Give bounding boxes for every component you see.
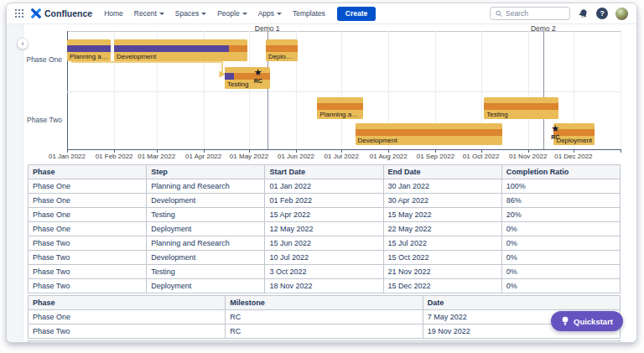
confluence-logo-icon xyxy=(31,8,41,18)
nav-item-recent[interactable]: Recent xyxy=(134,9,164,18)
gantt-bar-label: Planning and Research xyxy=(317,110,362,119)
nav-item-templates[interactable]: Templates xyxy=(293,9,325,18)
table-cell: Development xyxy=(147,194,265,208)
table-row: Phase TwoPlanning and Research15 Jun 202… xyxy=(29,236,621,251)
table-row: Phase OnePlanning and Research01 Jan 202… xyxy=(29,179,621,194)
table-cell: 15 Jul 2022 xyxy=(383,236,501,251)
table-cell: Phase One xyxy=(29,222,147,236)
column-header: Milestone xyxy=(226,296,423,310)
gantt-bar[interactable]: Development xyxy=(356,123,502,145)
column-header: End Date xyxy=(383,165,501,179)
month-gridline xyxy=(621,31,621,149)
table-cell: 0% xyxy=(501,251,620,265)
axis-tick-label: 01 Jan 2022 xyxy=(49,153,86,160)
notification-icon[interactable] xyxy=(578,8,589,19)
table-cell: 10 Jul 2022 xyxy=(265,251,383,265)
table-cell: 30 Jan 2022 xyxy=(383,179,501,194)
table-cell: Phase Two xyxy=(29,279,147,293)
marker-label: Demo 1 xyxy=(255,24,280,33)
gantt-bar[interactable]: Testing xyxy=(484,97,558,119)
column-header: Completion Ratio xyxy=(501,165,620,179)
table-row: Phase OneTesting15 Apr 202215 May 202220… xyxy=(29,208,621,222)
nav-item-apps[interactable]: Apps xyxy=(258,9,282,18)
column-header: Phase xyxy=(29,296,226,310)
table-cell: Phase Two xyxy=(29,251,147,265)
table-cell: 0% xyxy=(501,265,620,279)
gantt-bar[interactable]: Deployment xyxy=(553,123,595,145)
month-gridline xyxy=(528,31,529,149)
table-cell: 0% xyxy=(501,236,620,251)
table-cell: 15 Apr 2022 xyxy=(265,208,383,222)
gantt-bar[interactable]: Planning and Research xyxy=(317,97,362,119)
column-header: Date xyxy=(423,296,620,310)
gantt-bar-label: Development xyxy=(356,136,502,145)
content-area: › 01 Jan 202201 Feb 202201 Mar 202201 Ap… xyxy=(7,24,636,343)
axis-tick-label: 01 Jun 2022 xyxy=(278,153,314,160)
avatar[interactable] xyxy=(615,8,628,20)
gantt-bar-label: Testing xyxy=(225,80,270,89)
table-cell: Phase One xyxy=(29,179,147,194)
gantt-bar[interactable]: Planning and Research xyxy=(67,39,111,61)
confluence-logo[interactable]: Confluence xyxy=(31,8,92,18)
gantt-bar-label: Deployment xyxy=(553,136,595,145)
axis-tick-label: 01 Oct 2022 xyxy=(463,153,500,160)
milestone-label: RC xyxy=(551,134,559,140)
lightbulb-icon xyxy=(561,316,569,326)
gantt-chart: 01 Jan 202201 Feb 202201 Mar 202201 Apr … xyxy=(23,24,636,160)
gantt-bar[interactable]: Testing xyxy=(225,67,270,89)
table-cell: 3 Oct 2022 xyxy=(265,265,383,279)
table-cell: 01 Feb 2022 xyxy=(265,194,383,208)
steps-table: PhaseStepStart DateEnd DateCompletion Ra… xyxy=(28,164,621,293)
axis-tick-label: 01 Apr 2022 xyxy=(185,153,221,160)
gantt-bar-label: Planning and Research xyxy=(67,52,111,61)
axis-tick xyxy=(621,150,621,153)
sidebar-expand-button[interactable]: › xyxy=(17,38,29,49)
nav-menu: Home Recent Spaces People Apps Templates xyxy=(104,9,325,18)
month-gridline xyxy=(249,31,250,149)
create-button[interactable]: Create xyxy=(337,7,376,21)
table-cell: Planning and Research xyxy=(147,236,265,251)
app-switcher-icon[interactable] xyxy=(15,9,23,18)
table-cell: Planning and Research xyxy=(147,179,265,194)
table-row: Phase TwoDevelopment10 Jul 202215 Oct 20… xyxy=(29,251,621,265)
table-cell: RC xyxy=(226,310,423,324)
table-cell: 22 May 2022 xyxy=(383,222,501,236)
chevron-down-icon xyxy=(277,13,282,15)
quickstart-button[interactable]: Quickstart xyxy=(551,311,623,331)
milestone-star-icon[interactable]: ★ xyxy=(254,68,262,77)
column-header: Step xyxy=(147,165,265,179)
search-icon xyxy=(496,10,502,18)
nav-right: ? xyxy=(490,7,628,20)
table-cell: 21 Nov 2022 xyxy=(383,265,501,279)
table-cell: Phase One xyxy=(29,208,147,222)
quickstart-label: Quickstart xyxy=(574,317,613,326)
gantt-bar[interactable]: Development xyxy=(114,39,247,61)
page-body: 01 Jan 202201 Feb 202201 Mar 202201 Apr … xyxy=(23,24,636,343)
axis-tick-label: 01 Sep 2022 xyxy=(417,153,454,160)
table-cell: Development xyxy=(147,251,265,265)
table-row: Phase TwoRC19 Nov 2022 xyxy=(29,324,621,339)
milestone-label: RC xyxy=(254,78,262,84)
table-cell: 01 Jan 2022 xyxy=(265,179,383,194)
gantt-bar-label: Development xyxy=(114,52,247,61)
table-header-row: PhaseStepStart DateEnd DateCompletion Ra… xyxy=(29,165,621,179)
table-header-row: PhaseMilestoneDate xyxy=(29,296,621,310)
milestones-table: PhaseMilestoneDatePhase OneRC7 May 2022P… xyxy=(28,295,621,339)
gantt-bar[interactable]: Deployment xyxy=(266,39,298,61)
table-cell: Phase One xyxy=(29,194,147,208)
table-cell: 20% xyxy=(501,208,620,222)
chevron-down-icon xyxy=(159,13,164,15)
chevron-down-icon xyxy=(242,13,247,15)
gantt-bar-label: Deployment xyxy=(266,52,298,61)
nav-item-home[interactable]: Home xyxy=(104,9,123,18)
nav-item-spaces[interactable]: Spaces xyxy=(175,9,206,18)
gantt-bar-label: Testing xyxy=(484,110,558,119)
table-cell: 18 Nov 2022 xyxy=(265,279,383,293)
table-cell: 15 May 2022 xyxy=(383,208,501,222)
search-box[interactable] xyxy=(490,7,570,20)
milestone-star-icon[interactable]: ★ xyxy=(551,124,559,133)
table-cell: 0% xyxy=(501,279,620,293)
nav-item-people[interactable]: People xyxy=(217,9,247,18)
search-input[interactable] xyxy=(506,9,564,18)
help-icon[interactable]: ? xyxy=(596,8,608,19)
